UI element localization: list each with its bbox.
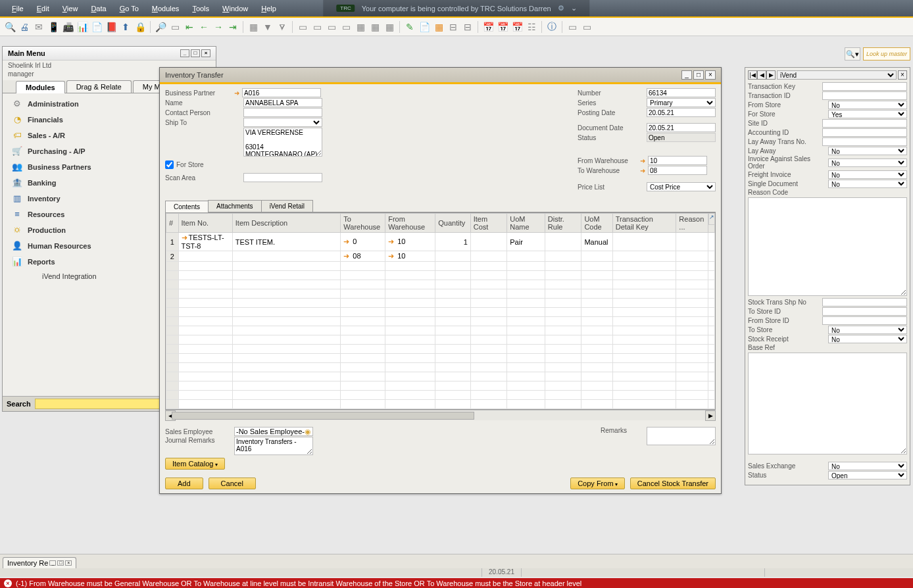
tab-drag-relate[interactable]: Drag & Relate (66, 80, 132, 93)
table-row[interactable] (166, 335, 715, 345)
jrn-textarea[interactable]: Inventory Transfers - A016 (234, 437, 313, 455)
ivend-next-icon[interactable]: ▶ (766, 70, 776, 80)
cancel-stock-transfer-button[interactable]: Cancel Stock Transfer (630, 478, 716, 489)
doc3-icon[interactable]: ▭ (326, 21, 337, 33)
cal3-icon[interactable]: 📅 (511, 21, 523, 33)
table-row[interactable] (166, 363, 715, 372)
iv-select[interactable]: No (828, 180, 907, 188)
iv-input[interactable] (822, 82, 907, 91)
sales-select[interactable]: -No Sales Employee-◉ (234, 427, 313, 436)
pricelist-select[interactable]: Cost Price (647, 182, 716, 191)
iv-input[interactable] (822, 119, 907, 128)
menu-goto[interactable]: Go To (113, 3, 145, 14)
table-row[interactable] (166, 280, 715, 289)
iv-select[interactable]: No (828, 159, 907, 167)
table-row[interactable] (166, 317, 715, 326)
scroll-thumb[interactable] (172, 412, 474, 420)
col-header[interactable]: Reason ... (676, 214, 708, 233)
copy-from-button[interactable]: Copy From (570, 478, 625, 489)
minimize-button[interactable]: _ (180, 49, 189, 57)
number-field[interactable]: 66134 (647, 88, 716, 97)
tool3-icon[interactable]: ▦ (433, 21, 445, 33)
grid-h-scrollbar[interactable]: ◀ ▶ (165, 410, 716, 420)
expand-icon[interactable]: ↗ (708, 213, 715, 225)
doc6-icon[interactable]: ▦ (369, 21, 381, 33)
iv-textarea[interactable] (748, 197, 907, 296)
export-excel-icon[interactable]: 📊 (76, 21, 88, 33)
print-icon[interactable]: 🖨 (18, 21, 30, 33)
tab-ivend-retail[interactable]: iVend Retail (261, 200, 313, 212)
ivend-select[interactable]: iVend (777, 70, 897, 80)
ivend-close-icon[interactable]: × (898, 70, 907, 80)
item-catalog-button[interactable]: Item Catalog (165, 458, 225, 470)
preview-icon[interactable]: 🔍 (4, 21, 16, 33)
table-row[interactable] (166, 262, 715, 271)
tool1-icon[interactable]: ✎ (404, 21, 416, 33)
table-row[interactable] (166, 326, 715, 335)
cp-field[interactable] (243, 108, 322, 117)
table-row[interactable] (166, 381, 715, 391)
maximize-button[interactable]: □ (191, 49, 200, 57)
name-field[interactable]: ANNABELLA SPA (243, 98, 322, 107)
add-record-icon[interactable]: ▭ (169, 21, 181, 33)
iv-select[interactable]: Open (828, 471, 907, 479)
gear-icon[interactable]: ⚙ (558, 4, 564, 12)
iv-select[interactable]: No (828, 335, 907, 343)
table-row[interactable] (166, 271, 715, 280)
export-word-icon[interactable]: 📄 (91, 21, 103, 33)
col-header[interactable]: To Warehouse (341, 214, 385, 233)
docdate-field[interactable]: 20.05.21 (647, 123, 716, 132)
iv-input[interactable] (822, 307, 907, 316)
table-row[interactable] (166, 391, 715, 400)
scroll-right-icon[interactable]: ▶ (705, 410, 716, 421)
table-row[interactable]: 1➜TESTS-LT-TST-8TEST ITEM.➜ 0➜ 101PairMa… (166, 233, 715, 251)
scan-field[interactable] (243, 173, 322, 182)
export-pdf-icon[interactable]: 📕 (105, 21, 117, 33)
iv-select[interactable]: No (828, 147, 907, 155)
series-select[interactable]: Primary (647, 98, 716, 107)
tab-modules[interactable]: Modules (16, 81, 65, 93)
shipto-select[interactable] (243, 118, 322, 127)
iv-input[interactable] (822, 316, 907, 325)
menu-edit[interactable]: Edit (30, 3, 56, 14)
filter3-icon[interactable]: ⛛ (276, 21, 288, 33)
iv-select[interactable]: No (828, 101, 907, 109)
ext1-icon[interactable]: ▭ (566, 21, 578, 33)
col-header[interactable]: Item No. (178, 214, 232, 233)
find-icon[interactable]: 🔎 (155, 21, 166, 33)
address-textarea[interactable]: VIA VEREGRENSE 63014 MONTEGRANARO (AP) I… (243, 128, 322, 157)
filter2-icon[interactable]: ▼ (262, 21, 274, 33)
tab-attachments[interactable]: Attachments (208, 200, 262, 212)
filter1-icon[interactable]: ▦ (247, 21, 259, 33)
cal1-icon[interactable]: 📅 (482, 21, 494, 33)
cal2-icon[interactable]: 📅 (497, 21, 508, 33)
iv-input[interactable] (822, 91, 907, 100)
table-row[interactable] (166, 299, 715, 308)
table-row[interactable] (166, 289, 715, 299)
col-header[interactable]: Quantity (435, 214, 470, 233)
link-arrow-icon[interactable]: ➜ (640, 157, 645, 164)
iv-textarea[interactable] (748, 353, 907, 454)
task-tab-inventory[interactable]: Inventory Re _ □ × (3, 557, 76, 568)
ext2-icon[interactable]: ▭ (581, 21, 593, 33)
tool5-icon[interactable]: ⊟ (462, 21, 474, 33)
menu-data[interactable]: Data (84, 3, 112, 14)
col-header[interactable]: # (166, 214, 179, 233)
table-row[interactable] (166, 308, 715, 317)
mail-icon[interactable]: ✉ (33, 21, 45, 33)
col-header[interactable]: Item Cost (470, 214, 507, 233)
menu-file[interactable]: File (5, 3, 30, 14)
forstore-checkbox[interactable] (165, 160, 174, 169)
menu-help[interactable]: Help (255, 3, 283, 14)
first-record-icon[interactable]: ⇤ (184, 21, 195, 33)
col-header[interactable]: UoM Code (581, 214, 612, 233)
tree-icon[interactable]: ☷ (526, 21, 537, 33)
postdate-field[interactable]: 20.05.21 (647, 108, 716, 117)
task-min-icon[interactable]: _ (49, 560, 56, 566)
col-header[interactable]: Transaction Detail Key (612, 214, 676, 233)
help-icon[interactable]: ⓘ (546, 21, 558, 33)
link-arrow-icon[interactable]: ➜ (234, 89, 239, 97)
inv-titlebar[interactable]: Inventory Transfer _ □ × (160, 68, 721, 82)
task-close-icon[interactable]: × (65, 560, 72, 566)
table-row[interactable] (166, 372, 715, 381)
